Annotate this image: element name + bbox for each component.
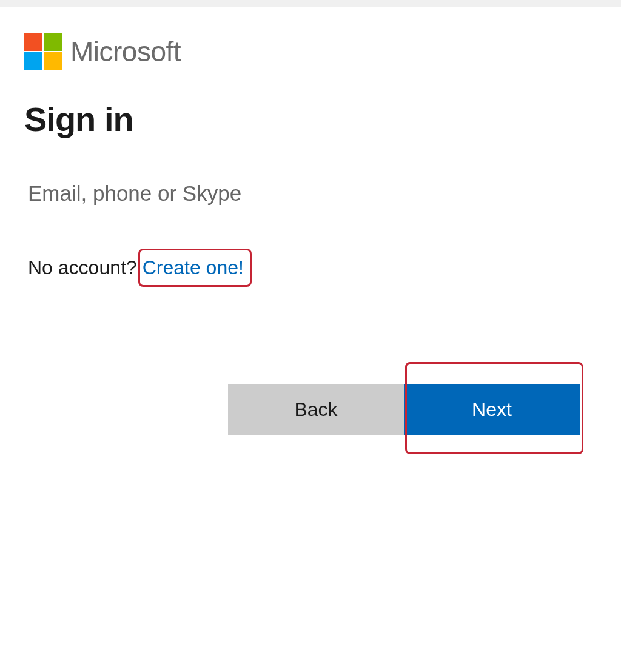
signin-container: Microsoft Sign in No account? Create one… — [0, 7, 621, 435]
button-row: Back Next — [24, 384, 597, 435]
no-account-text: No account? — [28, 257, 137, 279]
create-one-highlight: Create one! — [138, 249, 252, 287]
next-button[interactable]: Next — [404, 384, 580, 435]
top-bar — [0, 0, 621, 7]
microsoft-logo-icon — [24, 33, 62, 70]
brand-row: Microsoft — [24, 33, 597, 70]
brand-name: Microsoft — [70, 35, 181, 68]
logo-square-br — [44, 52, 62, 70]
logo-square-bl — [24, 52, 42, 70]
page-title: Sign in — [24, 99, 597, 139]
create-one-link[interactable]: Create one! — [143, 257, 244, 278]
logo-square-tr — [44, 33, 62, 51]
logo-square-tl — [24, 33, 42, 51]
email-phone-skype-input[interactable] — [28, 175, 602, 217]
create-account-row: No account? Create one! — [28, 249, 597, 287]
back-button[interactable]: Back — [228, 384, 404, 435]
